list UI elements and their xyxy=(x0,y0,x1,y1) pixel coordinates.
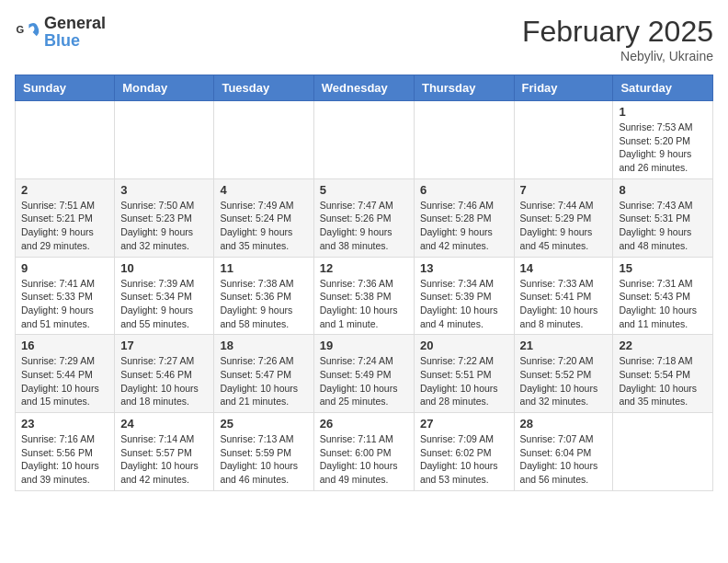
day-info: Sunrise: 7:34 AM Sunset: 5:39 PM Dayligh… xyxy=(420,277,508,331)
month-title: February 2025 xyxy=(522,15,713,49)
day-number: 9 xyxy=(21,261,108,275)
week-row-2: 2Sunrise: 7:51 AM Sunset: 5:21 PM Daylig… xyxy=(16,178,713,257)
week-row-1: 1Sunrise: 7:53 AM Sunset: 5:20 PM Daylig… xyxy=(16,101,713,179)
day-number: 20 xyxy=(420,339,508,352)
day-number: 25 xyxy=(220,417,307,431)
day-cell xyxy=(16,101,115,179)
day-info: Sunrise: 7:26 AM Sunset: 5:47 PM Dayligh… xyxy=(220,354,307,408)
day-cell: 17Sunrise: 7:27 AM Sunset: 5:46 PM Dayli… xyxy=(115,335,214,413)
day-cell: 27Sunrise: 7:09 AM Sunset: 6:02 PM Dayli… xyxy=(414,413,514,491)
day-cell: 26Sunrise: 7:11 AM Sunset: 6:00 PM Dayli… xyxy=(313,413,414,491)
day-info: Sunrise: 7:29 AM Sunset: 5:44 PM Dayligh… xyxy=(21,354,108,408)
day-number: 2 xyxy=(21,183,108,197)
day-number: 4 xyxy=(220,183,307,197)
day-number: 24 xyxy=(120,417,208,431)
day-info: Sunrise: 7:51 AM Sunset: 5:21 PM Dayligh… xyxy=(21,199,108,253)
day-cell: 20Sunrise: 7:22 AM Sunset: 5:51 PM Dayli… xyxy=(414,335,514,413)
weekday-header-saturday: Saturday xyxy=(613,75,713,101)
day-number: 26 xyxy=(320,417,408,431)
day-cell: 11Sunrise: 7:38 AM Sunset: 5:36 PM Dayli… xyxy=(214,257,313,335)
weekday-header-row: SundayMondayTuesdayWednesdayThursdayFrid… xyxy=(16,75,713,101)
day-number: 23 xyxy=(21,417,108,431)
day-cell: 2Sunrise: 7:51 AM Sunset: 5:21 PM Daylig… xyxy=(16,178,115,257)
day-number: 11 xyxy=(220,261,307,275)
day-info: Sunrise: 7:07 AM Sunset: 6:04 PM Dayligh… xyxy=(520,432,608,487)
day-cell: 25Sunrise: 7:13 AM Sunset: 5:59 PM Dayli… xyxy=(214,413,313,491)
weekday-header-monday: Monday xyxy=(115,75,214,101)
day-cell: 4Sunrise: 7:49 AM Sunset: 5:24 PM Daylig… xyxy=(214,178,313,257)
day-info: Sunrise: 7:22 AM Sunset: 5:51 PM Dayligh… xyxy=(420,354,508,408)
day-cell: 13Sunrise: 7:34 AM Sunset: 5:39 PM Dayli… xyxy=(414,257,514,335)
day-cell: 1Sunrise: 7:53 AM Sunset: 5:20 PM Daylig… xyxy=(613,101,713,179)
day-info: Sunrise: 7:24 AM Sunset: 5:49 PM Dayligh… xyxy=(320,354,408,408)
week-row-3: 9Sunrise: 7:41 AM Sunset: 5:33 PM Daylig… xyxy=(16,257,713,335)
logo-icon: G xyxy=(15,19,40,45)
day-info: Sunrise: 7:31 AM Sunset: 5:43 PM Dayligh… xyxy=(619,277,707,331)
day-number: 5 xyxy=(320,183,408,197)
day-info: Sunrise: 7:13 AM Sunset: 5:59 PM Dayligh… xyxy=(220,432,307,487)
day-info: Sunrise: 7:33 AM Sunset: 5:41 PM Dayligh… xyxy=(520,277,608,331)
day-cell: 15Sunrise: 7:31 AM Sunset: 5:43 PM Dayli… xyxy=(613,257,713,335)
day-cell: 23Sunrise: 7:16 AM Sunset: 5:56 PM Dayli… xyxy=(16,413,115,491)
day-cell xyxy=(214,101,313,179)
day-info: Sunrise: 7:36 AM Sunset: 5:38 PM Dayligh… xyxy=(320,277,408,331)
week-row-5: 23Sunrise: 7:16 AM Sunset: 5:56 PM Dayli… xyxy=(16,413,713,491)
weekday-header-tuesday: Tuesday xyxy=(214,75,313,101)
day-info: Sunrise: 7:27 AM Sunset: 5:46 PM Dayligh… xyxy=(120,354,208,408)
day-cell: 5Sunrise: 7:47 AM Sunset: 5:26 PM Daylig… xyxy=(313,178,414,257)
day-info: Sunrise: 7:39 AM Sunset: 5:34 PM Dayligh… xyxy=(120,277,208,331)
day-number: 12 xyxy=(320,261,408,275)
day-cell: 16Sunrise: 7:29 AM Sunset: 5:44 PM Dayli… xyxy=(16,335,115,413)
day-number: 21 xyxy=(520,339,608,352)
day-info: Sunrise: 7:46 AM Sunset: 5:28 PM Dayligh… xyxy=(420,199,508,253)
day-cell: 12Sunrise: 7:36 AM Sunset: 5:38 PM Dayli… xyxy=(313,257,414,335)
day-number: 14 xyxy=(520,261,608,275)
day-cell: 14Sunrise: 7:33 AM Sunset: 5:41 PM Dayli… xyxy=(514,257,613,335)
day-info: Sunrise: 7:41 AM Sunset: 5:33 PM Dayligh… xyxy=(21,277,108,331)
day-number: 10 xyxy=(120,261,208,275)
day-cell: 28Sunrise: 7:07 AM Sunset: 6:04 PM Dayli… xyxy=(514,413,613,491)
week-row-4: 16Sunrise: 7:29 AM Sunset: 5:44 PM Dayli… xyxy=(16,335,713,413)
day-cell xyxy=(115,101,214,179)
day-info: Sunrise: 7:09 AM Sunset: 6:02 PM Dayligh… xyxy=(420,432,508,487)
day-number: 18 xyxy=(220,339,307,352)
day-number: 15 xyxy=(619,261,707,275)
day-info: Sunrise: 7:38 AM Sunset: 5:36 PM Dayligh… xyxy=(220,277,307,331)
day-cell xyxy=(514,101,613,179)
day-info: Sunrise: 7:14 AM Sunset: 5:57 PM Dayligh… xyxy=(120,432,208,487)
day-info: Sunrise: 7:11 AM Sunset: 6:00 PM Dayligh… xyxy=(320,432,408,487)
day-cell xyxy=(414,101,514,179)
day-number: 27 xyxy=(420,417,508,431)
weekday-header-sunday: Sunday xyxy=(16,75,115,101)
logo-text-general: General xyxy=(44,14,106,32)
day-info: Sunrise: 7:49 AM Sunset: 5:24 PM Dayligh… xyxy=(220,199,307,253)
day-number: 7 xyxy=(520,183,608,197)
day-number: 3 xyxy=(120,183,208,197)
day-cell xyxy=(613,413,713,491)
day-cell: 8Sunrise: 7:43 AM Sunset: 5:31 PM Daylig… xyxy=(613,178,713,257)
calendar-table: SundayMondayTuesdayWednesdayThursdayFrid… xyxy=(15,75,713,491)
day-cell: 19Sunrise: 7:24 AM Sunset: 5:49 PM Dayli… xyxy=(313,335,414,413)
logo: G General Blue xyxy=(15,15,106,50)
weekday-header-wednesday: Wednesday xyxy=(313,75,414,101)
day-cell: 6Sunrise: 7:46 AM Sunset: 5:28 PM Daylig… xyxy=(414,178,514,257)
logo-text-blue: Blue xyxy=(44,31,80,50)
day-cell: 9Sunrise: 7:41 AM Sunset: 5:33 PM Daylig… xyxy=(16,257,115,335)
day-info: Sunrise: 7:53 AM Sunset: 5:20 PM Dayligh… xyxy=(619,121,707,175)
day-info: Sunrise: 7:20 AM Sunset: 5:52 PM Dayligh… xyxy=(520,354,608,408)
day-number: 1 xyxy=(619,105,707,119)
day-number: 17 xyxy=(120,339,208,352)
page-header: G General Blue February 2025 Nebyliv, Uk… xyxy=(15,15,713,63)
day-cell: 18Sunrise: 7:26 AM Sunset: 5:47 PM Dayli… xyxy=(214,335,313,413)
day-cell: 24Sunrise: 7:14 AM Sunset: 5:57 PM Dayli… xyxy=(115,413,214,491)
day-info: Sunrise: 7:43 AM Sunset: 5:31 PM Dayligh… xyxy=(619,199,707,253)
day-number: 19 xyxy=(320,339,408,352)
day-number: 16 xyxy=(21,339,108,352)
day-cell: 21Sunrise: 7:20 AM Sunset: 5:52 PM Dayli… xyxy=(514,335,613,413)
day-number: 8 xyxy=(619,183,707,197)
weekday-header-friday: Friday xyxy=(514,75,613,101)
day-info: Sunrise: 7:50 AM Sunset: 5:23 PM Dayligh… xyxy=(120,199,208,253)
day-number: 28 xyxy=(520,417,608,431)
day-cell: 10Sunrise: 7:39 AM Sunset: 5:34 PM Dayli… xyxy=(115,257,214,335)
day-number: 22 xyxy=(619,339,707,352)
